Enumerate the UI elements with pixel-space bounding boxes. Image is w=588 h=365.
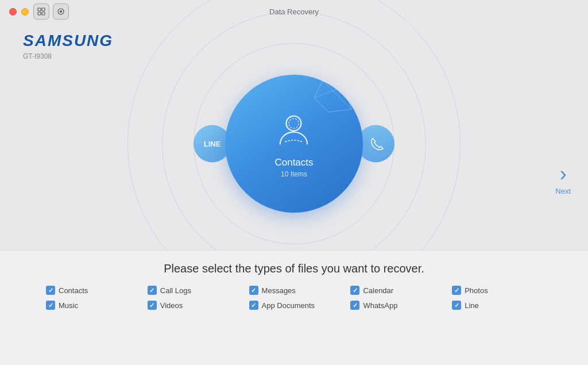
checkbox-icon-music — [46, 301, 55, 310]
next-button[interactable]: › Next — [555, 164, 571, 195]
toolbar-icons — [33, 3, 69, 20]
checkbox-label-music: Music — [59, 301, 78, 310]
checkbox-icon-messages — [249, 286, 258, 295]
svg-rect-3 — [42, 12, 45, 15]
file-types-grid: ContactsCall LogsMessagesCalendarPhotosM… — [46, 286, 542, 310]
toolbar-icon-1[interactable] — [33, 3, 49, 20]
visualization-area: LINE Contacts 10 Items — [122, 23, 466, 264]
svg-rect-2 — [38, 12, 41, 15]
checkbox-label-line: Line — [465, 301, 479, 310]
close-button[interactable] — [9, 8, 17, 16]
checkbox-label-app-documents: App Documents — [262, 301, 315, 310]
checkbox-icon-whatsapp — [350, 301, 359, 310]
checkbox-icon-calendar — [350, 286, 359, 295]
circle-label: Contacts — [274, 157, 313, 168]
contacts-person-icon — [274, 110, 314, 152]
checkbox-label-messages: Messages — [262, 286, 296, 295]
samsung-logo: SAMSUNG — [23, 32, 113, 50]
checkbox-icon-videos — [148, 301, 157, 310]
brand-section: SAMSUNG GT-I9308 — [23, 32, 113, 60]
checkbox-icon-contacts — [46, 286, 55, 295]
checkbox-label-whatsapp: WhatsApp — [363, 301, 397, 310]
svg-line-7 — [323, 80, 351, 109]
minimize-button[interactable] — [21, 8, 29, 16]
main-data-circle: Contacts 10 Items — [225, 75, 363, 213]
checkbox-item-videos[interactable]: Videos — [148, 301, 238, 310]
checkbox-item-music[interactable]: Music — [46, 301, 136, 310]
next-chevron-icon: › — [560, 164, 567, 185]
window-controls — [9, 8, 29, 16]
checkbox-item-whatsapp[interactable]: WhatsApp — [350, 301, 440, 310]
circle-sublabel: 10 Items — [281, 170, 307, 178]
checkbox-icon-line — [452, 301, 461, 310]
checkbox-item-app-documents[interactable]: App Documents — [249, 301, 339, 310]
checkbox-item-messages[interactable]: Messages — [249, 286, 339, 295]
svg-rect-1 — [42, 8, 45, 11]
svg-point-5 — [60, 10, 62, 13]
next-label: Next — [555, 187, 571, 195]
checkbox-label-videos: Videos — [160, 301, 183, 310]
checkbox-item-photos[interactable]: Photos — [452, 286, 542, 295]
svg-marker-6 — [314, 80, 351, 112]
checkbox-icon-app-documents — [249, 301, 258, 310]
checkbox-label-photos: Photos — [465, 286, 488, 295]
checkbox-icon-photos — [452, 286, 461, 295]
checkbox-item-line[interactable]: Line — [452, 301, 542, 310]
file-selection-section: Please select the types of files you wan… — [0, 250, 588, 365]
checkbox-label-contacts: Contacts — [59, 286, 88, 295]
checkbox-item-calendar[interactable]: Calendar — [350, 286, 440, 295]
svg-point-10 — [289, 118, 299, 128]
toolbar-icon-2[interactable] — [53, 3, 69, 20]
checkbox-icon-call-logs — [148, 286, 157, 295]
instruction-text: Please select the types of files you wan… — [164, 262, 424, 275]
device-model: GT-I9308 — [23, 52, 113, 60]
svg-rect-0 — [38, 8, 41, 11]
checkbox-item-contacts[interactable]: Contacts — [46, 286, 136, 295]
checkbox-label-call-logs: Call Logs — [160, 286, 191, 295]
checkbox-item-call-logs[interactable]: Call Logs — [148, 286, 238, 295]
checkbox-label-calendar: Calendar — [363, 286, 393, 295]
